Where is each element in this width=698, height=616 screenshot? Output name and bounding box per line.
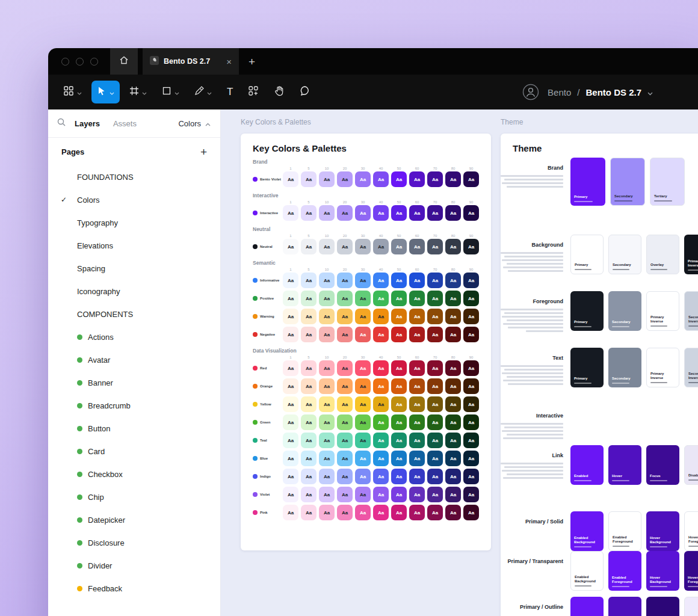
key-colors-frame[interactable]: Key Colors & Palettes Brand1510203040506… [241,134,491,550]
color-swatch[interactable]: Aa [391,239,407,254]
color-swatch[interactable]: Aa [427,171,443,187]
sidebar-item-actions[interactable]: Actions [48,325,220,348]
color-swatch[interactable]: Aa [445,239,461,254]
frame-tool-button[interactable] [124,81,152,103]
theme-token-card[interactable] [646,597,679,616]
color-swatch[interactable]: Aa [337,396,353,412]
sidebar-item-iconography[interactable]: Iconography [48,280,220,303]
sidebar-item-datepicker[interactable]: Datepicker [48,508,220,531]
color-swatch[interactable]: Aa [319,171,335,187]
color-swatch[interactable]: Aa [427,433,443,448]
color-swatch[interactable]: Aa [319,451,335,466]
color-swatch[interactable]: Aa [337,505,353,520]
color-swatch[interactable]: Aa [427,273,443,288]
color-swatch[interactable]: Aa [301,239,317,254]
color-swatch[interactable]: Aa [319,309,335,324]
color-swatch[interactable]: Aa [355,378,371,394]
color-swatch[interactable]: Aa [283,469,298,484]
color-swatch[interactable]: Aa [373,433,389,448]
color-swatch[interactable]: Aa [427,239,443,254]
color-swatch[interactable]: Aa [373,273,389,288]
theme-token-card[interactable]: Primary [570,235,604,274]
color-swatch[interactable]: Aa [373,487,389,502]
color-swatch[interactable]: Aa [373,205,389,221]
color-swatch[interactable]: Aa [301,273,317,288]
color-swatch[interactable]: Aa [373,378,389,394]
window-minimize-button[interactable] [76,58,84,66]
theme-token-card[interactable]: Disabled [684,445,698,485]
color-swatch[interactable]: Aa [427,291,443,306]
sidebar-item-spacing[interactable]: Spacing [48,257,220,280]
tab-close-icon[interactable]: × [226,57,232,66]
color-swatch[interactable]: Aa [301,433,317,448]
shape-tool-button[interactable] [156,81,185,103]
color-swatch[interactable]: Aa [409,451,425,466]
sidebar-item-breadcrumb[interactable]: Breadcrumb [48,394,220,417]
team-name[interactable]: Bento [548,87,571,97]
theme-token-card[interactable] [684,597,698,616]
color-swatch[interactable]: Aa [409,469,425,484]
color-swatch[interactable]: Aa [301,469,317,484]
color-swatch[interactable]: Aa [337,327,353,342]
color-swatch[interactable]: Aa [463,360,479,376]
color-swatch[interactable]: Aa [427,414,443,430]
color-swatch[interactable]: Aa [337,487,353,502]
color-swatch[interactable]: Aa [319,378,335,394]
theme-token-card[interactable]: Hover [608,445,641,485]
color-swatch[interactable]: Aa [409,396,425,412]
color-swatch[interactable]: Aa [355,396,371,412]
color-swatch[interactable]: Aa [301,171,317,187]
window-close-button[interactable] [61,58,69,66]
color-swatch[interactable]: Aa [337,378,353,394]
sidebar-item-divider[interactable]: Divider [48,554,220,577]
color-swatch[interactable]: Aa [283,451,298,466]
color-swatch[interactable]: Aa [409,239,425,254]
color-swatch[interactable]: Aa [373,451,389,466]
color-swatch[interactable]: Aa [409,273,425,288]
color-swatch[interactable]: Aa [391,433,407,448]
user-avatar[interactable] [522,84,539,100]
color-swatch[interactable]: Aa [391,327,407,342]
color-swatch[interactable]: Aa [445,469,461,484]
color-swatch[interactable]: Aa [391,451,407,466]
color-swatch[interactable]: Aa [445,414,461,430]
color-swatch[interactable]: Aa [463,433,479,448]
color-swatch[interactable]: Aa [319,505,335,520]
color-swatch[interactable]: Aa [373,396,389,412]
color-swatch[interactable]: Aa [373,414,389,430]
color-swatch[interactable]: Aa [283,396,298,412]
theme-token-card[interactable]: Hover Background [646,551,679,591]
theme-token-card[interactable]: Primary [570,158,605,206]
new-tab-button[interactable]: + [249,56,255,67]
color-swatch[interactable]: Aa [319,239,335,254]
theme-token-card[interactable] [570,597,604,616]
color-swatch[interactable]: Aa [301,414,317,430]
color-swatch[interactable]: Aa [463,505,479,520]
color-swatch[interactable]: Aa [427,396,443,412]
color-swatch[interactable]: Aa [463,469,479,484]
color-swatch[interactable]: Aa [355,487,371,502]
add-page-button[interactable]: + [200,146,207,158]
color-swatch[interactable]: Aa [301,309,317,324]
color-swatch[interactable]: Aa [337,451,353,466]
color-swatch[interactable]: Aa [427,469,443,484]
color-swatch[interactable]: Aa [319,327,335,342]
color-swatch[interactable]: Aa [319,469,335,484]
color-swatch[interactable]: Aa [463,451,479,466]
theme-token-card[interactable]: Tertiary [650,158,685,206]
color-swatch[interactable]: Aa [337,239,353,254]
color-swatch[interactable]: Aa [355,239,371,254]
color-swatch[interactable]: Aa [355,433,371,448]
color-swatch[interactable]: Aa [337,433,353,448]
color-swatch[interactable]: Aa [391,291,407,306]
color-swatch[interactable]: Aa [445,396,461,412]
color-swatch[interactable]: Aa [283,360,298,376]
search-icon[interactable] [57,117,66,129]
color-swatch[interactable]: Aa [391,396,407,412]
color-swatch[interactable]: Aa [445,505,461,520]
color-swatch[interactable]: Aa [355,469,371,484]
color-swatch[interactable]: Aa [373,469,389,484]
color-swatch[interactable]: Aa [355,451,371,466]
color-swatch[interactable]: Aa [427,309,443,324]
color-swatch[interactable]: Aa [391,309,407,324]
